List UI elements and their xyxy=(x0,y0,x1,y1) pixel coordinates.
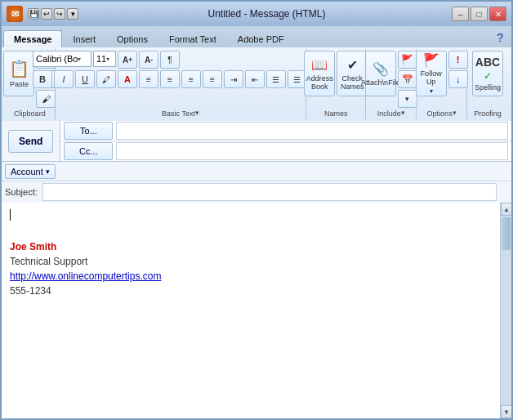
font-row-1: Calibri (Bo ▾ 11 ▾ A+ A- ¶ xyxy=(33,51,180,69)
basic-text-expand[interactable]: ▾ xyxy=(195,109,199,117)
spelling-button[interactable]: ABC ✓ Spelling xyxy=(472,51,503,96)
title-bar: ✉ 💾 ↩ ↪ ▾ Untitled - Message (HTML) – □ … xyxy=(2,2,511,26)
window-title: Untitled - Message (HTML) xyxy=(82,8,452,20)
scroll-track[interactable] xyxy=(501,216,511,405)
flag-button[interactable]: 🚩 xyxy=(398,51,417,69)
options-secondary: ! ↓ xyxy=(448,51,468,88)
tab-options[interactable]: Options xyxy=(106,30,158,47)
to-button[interactable]: To... xyxy=(64,122,113,140)
cc-button[interactable]: Cc... xyxy=(64,142,113,160)
paste-button[interactable]: 📋 Paste xyxy=(3,51,34,96)
sig-url[interactable]: http://www.onlinecomputertips.com xyxy=(10,269,492,284)
calendar-button[interactable]: 📅 xyxy=(398,70,417,88)
to-input[interactable] xyxy=(116,122,508,140)
align-center-button[interactable]: ≡ xyxy=(160,70,180,88)
importance-low-button[interactable]: ↓ xyxy=(448,70,468,88)
account-row: Account ▾ xyxy=(2,162,511,181)
highlight-button[interactable]: 🖍 xyxy=(96,70,116,88)
align-right-button[interactable]: ≡ xyxy=(181,70,201,88)
grow-font-button[interactable]: A+ xyxy=(118,51,137,69)
to-row: To... xyxy=(60,121,511,141)
subject-row: Subject: xyxy=(2,181,511,203)
quick-save-icon[interactable]: 💾 xyxy=(28,8,39,20)
sig-title: Technical Support xyxy=(10,254,492,269)
importance-high-button[interactable]: ! xyxy=(448,51,468,69)
tab-message[interactable]: Message xyxy=(3,30,62,47)
cc-row: Cc... xyxy=(60,141,511,161)
proofing-group: ABC ✓ Spelling Proofing xyxy=(467,49,508,119)
list-ul-button[interactable]: ☰ xyxy=(266,70,286,88)
names-label: Names xyxy=(324,109,348,118)
maximize-button[interactable]: □ xyxy=(471,7,488,21)
basic-text-group: Calibri (Bo ▾ 11 ▾ A+ A- ¶ B I U � xyxy=(56,49,306,119)
main-window: ✉ 💾 ↩ ↪ ▾ Untitled - Message (HTML) – □ … xyxy=(0,0,513,420)
shrink-font-button[interactable]: A- xyxy=(139,51,158,69)
basic-text-label: Basic Text xyxy=(162,109,195,118)
options-footer: Options ▾ xyxy=(427,108,457,118)
check-names-button[interactable]: ✔ Check Names xyxy=(337,51,368,96)
tab-insert[interactable]: Insert xyxy=(62,30,106,47)
help-icon[interactable]: ? xyxy=(490,28,510,47)
scroll-thumb[interactable] xyxy=(502,217,511,250)
align-left-button[interactable]: ≡ xyxy=(139,70,158,88)
app-icon: ✉ xyxy=(7,6,23,22)
send-button[interactable]: Send xyxy=(8,130,53,153)
font-color-button[interactable]: A xyxy=(118,70,137,88)
names-group: 📖 Address Book ✔ Check Names Names xyxy=(306,49,366,119)
outdent-button[interactable]: ⇤ xyxy=(245,70,265,88)
scroll-down-button[interactable]: ▼ xyxy=(501,405,511,418)
ribbon-content: 📋 Paste ✂ ⎘ 🖌 Clipboard Calibri (Bo xyxy=(2,47,511,121)
font-name-box[interactable]: Calibri (Bo ▾ xyxy=(33,51,91,67)
message-area: Send To... Cc... Account ▾ xyxy=(2,121,511,418)
include-label: Include xyxy=(377,109,401,118)
underline-button[interactable]: U xyxy=(75,70,95,88)
include-expand-btn[interactable]: ▾ xyxy=(401,109,405,117)
justify-button[interactable]: ≡ xyxy=(203,70,222,88)
clipboard-label: Clipboard xyxy=(14,109,46,118)
subject-label: Subject: xyxy=(2,187,42,197)
window-controls: – □ ✕ xyxy=(452,7,506,21)
sig-phone: 555-1234 xyxy=(10,284,492,298)
cursor xyxy=(10,209,11,221)
subject-input[interactable] xyxy=(42,183,497,201)
address-book-button[interactable]: 📖 Address Book xyxy=(304,51,335,96)
italic-button[interactable]: I xyxy=(54,70,74,88)
include-secondary: 🚩 📅 ▾ xyxy=(398,51,417,108)
close-button[interactable]: ✕ xyxy=(489,7,506,21)
minimize-button[interactable]: – xyxy=(452,7,469,21)
account-button[interactable]: Account ▾ xyxy=(5,164,56,179)
options-inner: 🚩 Follow Up ▾ ! ↓ xyxy=(416,51,468,108)
options-expand-btn[interactable]: ▾ xyxy=(453,109,457,117)
account-subject-area: Account ▾ Subject: xyxy=(2,162,511,203)
indent-button[interactable]: ⇥ xyxy=(224,70,243,88)
quick-redo-icon[interactable]: ↪ xyxy=(54,8,65,20)
options-label: Options xyxy=(427,109,453,118)
include-inner: 📎 Attach\nFile 🚩 📅 ▾ xyxy=(365,51,417,108)
quick-more-icon[interactable]: ▾ xyxy=(67,8,78,20)
proofing-inner: ABC ✓ Spelling xyxy=(472,51,503,108)
attach-button[interactable]: 📎 Attach\nFile xyxy=(365,51,396,96)
font-row-2: B I U 🖍 A ≡ ≡ ≡ ≡ ⇥ ⇤ ☰ ☰ ▾ xyxy=(33,70,328,88)
clear-format-button[interactable]: ¶ xyxy=(160,51,180,69)
font-size-box[interactable]: 11 ▾ xyxy=(93,51,116,67)
include-expand[interactable]: ▾ xyxy=(398,90,417,108)
sig-name: Joe Smith xyxy=(10,239,492,254)
tab-adobe-pdf[interactable]: Adobe PDF xyxy=(227,30,295,47)
follow-up-button[interactable]: 🚩 Follow Up ▾ xyxy=(416,51,447,96)
names-inner: 📖 Address Book ✔ Check Names xyxy=(304,51,368,108)
include-footer: Include ▾ xyxy=(377,108,405,118)
quick-undo-icon[interactable]: ↩ xyxy=(41,8,52,20)
scroll-up-button[interactable]: ▲ xyxy=(501,203,511,216)
to-cc-col: To... Cc... xyxy=(60,121,511,161)
vertical-scrollbar[interactable]: ▲ ▼ xyxy=(500,203,511,418)
send-col: Send xyxy=(2,121,60,161)
include-group: 📎 Attach\nFile 🚩 📅 ▾ Include ▾ xyxy=(366,49,417,119)
email-content[interactable]: Joe Smith Technical Support http://www.o… xyxy=(2,203,500,418)
options-group: 🚩 Follow Up ▾ ! ↓ Options ▾ xyxy=(417,49,467,119)
cc-input[interactable] xyxy=(116,142,508,160)
bold-button[interactable]: B xyxy=(33,70,52,88)
tab-format-text[interactable]: Format Text xyxy=(158,30,227,47)
proofing-label: Proofing xyxy=(474,109,502,118)
email-body: Joe Smith Technical Support http://www.o… xyxy=(2,203,511,418)
send-to-area: Send To... Cc... xyxy=(2,121,511,162)
